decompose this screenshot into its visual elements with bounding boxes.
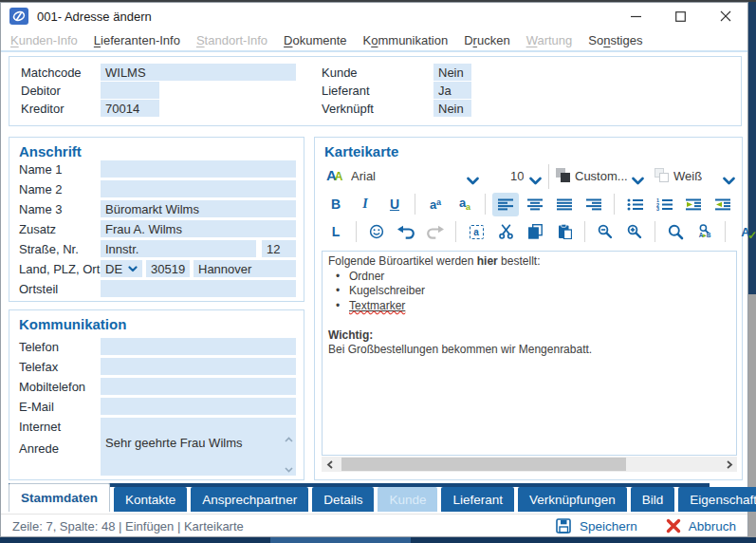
font-name-dropdown-icon[interactable] <box>467 172 479 189</box>
copy-button[interactable] <box>522 220 548 244</box>
name1-input[interactable] <box>101 160 296 178</box>
undo-button[interactable] <box>393 220 419 244</box>
editor-horizontal-scrollbar[interactable] <box>322 457 737 472</box>
ortsteil-input[interactable] <box>101 280 296 297</box>
tab-details[interactable]: Details <box>312 487 374 512</box>
cut-button[interactable] <box>492 220 519 244</box>
karteikarte-editor[interactable]: Folgende Büroartikel werden hier bestell… <box>322 251 737 456</box>
hausnummer-input[interactable]: 12 <box>262 240 296 257</box>
zusatz-input[interactable]: Frau A. Wilms <box>101 220 296 237</box>
decrease-indent-button[interactable] <box>710 193 736 216</box>
strasse-input[interactable]: Innstr. <box>101 240 256 257</box>
menu-sonstiges[interactable]: Sonstiges <box>588 33 642 47</box>
editor-line: Wichtig: <box>328 328 730 344</box>
menu-kommunikation[interactable]: Kommunikation <box>363 33 449 47</box>
tab-ansprechpartner[interactable]: Ansprechpartner <box>191 487 308 512</box>
editor-line: Folgende Büroartikel werden hier bestell… <box>328 254 730 270</box>
debitor-input[interactable] <box>101 82 159 99</box>
subscript-button[interactable]: aa <box>452 193 478 216</box>
highlight-dropdown-icon[interactable] <box>723 172 735 189</box>
align-justify-button[interactable] <box>551 193 578 216</box>
maximize-button[interactable] <box>658 3 703 29</box>
superscript-button[interactable]: aa <box>422 193 449 216</box>
toolbar-separator <box>455 221 456 242</box>
font-name-value[interactable]: Arial <box>351 169 376 183</box>
save-icon[interactable] <box>556 518 572 534</box>
paste-button[interactable] <box>551 220 578 244</box>
telefon-input[interactable] <box>101 338 296 355</box>
tab-eigenschaften[interactable]: Eigenschaften <box>678 487 756 512</box>
ort-input[interactable]: Hannover <box>194 260 296 277</box>
bold-button[interactable]: B <box>323 193 349 216</box>
cancel-button[interactable]: Abbruch <box>689 519 736 534</box>
verknuepft-value: Nein <box>433 100 471 117</box>
app-icon <box>9 8 28 25</box>
bullet-list-button[interactable] <box>621 193 648 216</box>
telefax-input[interactable] <box>101 358 296 375</box>
email-label: E-Mail <box>19 400 54 414</box>
highlight-color-value[interactable]: Weiß <box>673 169 702 183</box>
menu-drucken[interactable]: Drucken <box>464 33 509 47</box>
tab-kontakte[interactable]: Kontakte <box>114 487 187 512</box>
find-button[interactable] <box>662 220 689 244</box>
matchcode-input[interactable]: WILMS <box>101 64 296 81</box>
tab-verknuepfungen[interactable]: Verknüpfungen <box>518 487 627 512</box>
tab-lieferant[interactable]: Lieferant <box>441 487 514 512</box>
plz-input[interactable]: 30519 <box>146 260 190 277</box>
scroll-down-icon <box>285 467 293 473</box>
name3-label: Name 3 <box>19 202 63 216</box>
zoom-in-button[interactable] <box>621 220 648 244</box>
font-size-value[interactable]: 10 <box>510 169 524 183</box>
numbered-list-button[interactable]: 123 <box>651 193 677 216</box>
anrede-textarea[interactable]: Sehr geehrte Frau Wilms <box>101 434 296 476</box>
chevron-down-icon[interactable] <box>128 266 138 272</box>
internet-input[interactable] <box>101 418 296 435</box>
toolbar-separator <box>415 194 415 215</box>
tab-bild[interactable]: Bild <box>631 487 675 512</box>
save-button[interactable]: Speichern <box>580 519 637 534</box>
redo-button[interactable] <box>422 220 449 244</box>
mobiltelefon-input[interactable] <box>101 378 296 395</box>
minimize-button[interactable] <box>614 3 658 29</box>
editor-toolbar-font-row: AA Arial 10 Custom... Weiß <box>324 164 736 189</box>
spellcheck-button[interactable]: A✓ <box>732 220 756 244</box>
kreditor-input[interactable]: 70014 <box>101 100 159 117</box>
underline-button[interactable]: U <box>381 193 408 216</box>
smiley-button[interactable] <box>363 220 390 244</box>
editor-blank-line <box>328 313 730 328</box>
menu-dokumente[interactable]: Dokumente <box>284 33 346 47</box>
align-right-button[interactable] <box>581 193 607 216</box>
align-left-button[interactable] <box>492 193 519 216</box>
tab-stop-button[interactable]: L <box>323 220 349 244</box>
scrollbar-track[interactable] <box>337 457 722 472</box>
editor-bullet-item: •Ordner <box>328 270 730 285</box>
telefon-label: Telefon <box>19 340 59 354</box>
scroll-right-icon[interactable] <box>722 457 737 472</box>
editor-toolbar-format-row: B I U aa aa 123 <box>323 192 736 216</box>
name2-input[interactable] <box>101 180 296 197</box>
cancel-icon[interactable] <box>666 518 681 534</box>
replace-button[interactable]: A▸B <box>691 220 718 244</box>
land-select[interactable]: DE <box>101 260 142 277</box>
zoom-out-button[interactable] <box>592 220 618 244</box>
tab-kunde: Kunde <box>378 487 437 512</box>
font-color-icon[interactable] <box>556 168 571 183</box>
font-color-value[interactable]: Custom... <box>575 169 630 183</box>
scrollbar-thumb[interactable] <box>341 458 626 471</box>
select-all-button[interactable]: a <box>463 220 489 244</box>
close-button[interactable] <box>703 3 747 29</box>
align-center-button[interactable] <box>522 193 548 216</box>
email-input[interactable] <box>101 398 296 415</box>
highlight-color-icon[interactable] <box>655 168 670 183</box>
font-color-dropdown-icon[interactable] <box>632 172 644 189</box>
editor-toolbar-edit-row: L a <box>323 219 736 244</box>
menu-lieferanten-info[interactable]: Lieferanten-Info <box>94 33 180 47</box>
increase-indent-button[interactable] <box>680 193 707 216</box>
font-size-dropdown-icon[interactable] <box>529 172 542 189</box>
anrede-scrollbar[interactable] <box>283 435 295 475</box>
italic-button[interactable]: I <box>352 193 378 216</box>
name1-label: Name 1 <box>19 162 63 177</box>
scroll-left-icon[interactable] <box>322 457 337 472</box>
tab-stammdaten[interactable]: Stammdaten <box>9 483 110 512</box>
name3-input[interactable]: Büromarkt Wilms <box>101 200 296 217</box>
